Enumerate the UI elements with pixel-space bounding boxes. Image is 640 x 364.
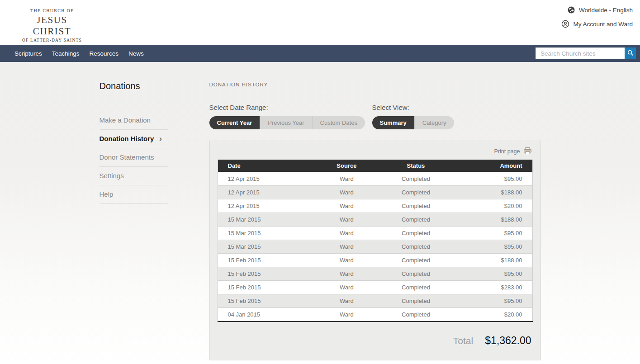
table-row: 15 Mar 2015WardCompleted$188.00	[218, 213, 532, 227]
table-cell: $95.00	[444, 227, 532, 240]
date-range-custom-dates-button[interactable]: Custom Dates	[312, 116, 365, 129]
table-row: 15 Mar 2015WardCompleted$95.00	[218, 240, 532, 254]
sidebar-item-label: Settings	[100, 172, 124, 180]
table-cell: $20.00	[444, 199, 532, 213]
table-cell: Completed	[388, 199, 444, 213]
nav-item-resources[interactable]: Resources	[90, 50, 119, 57]
nav-item-news[interactable]: News	[128, 50, 144, 57]
table-cell: 04 Jan 2015	[218, 308, 306, 322]
view-label: Select View:	[372, 104, 454, 111]
table-cell: $283.00	[444, 281, 532, 294]
table-cell: 15 Feb 2015	[218, 281, 306, 294]
table-row: 04 Jan 2015WardCompleted$20.00	[218, 308, 532, 322]
worldwide-language-link[interactable]: Worldwide - English	[567, 6, 633, 14]
nav-item-teachings[interactable]: Teachings	[52, 50, 80, 57]
table-cell: Ward	[306, 227, 388, 240]
column-header-status: Status	[388, 160, 444, 172]
page-content: Donations Make a Donation Donation Histo…	[0, 62, 640, 364]
table-cell: Completed	[388, 254, 444, 267]
table-cell: Completed	[388, 267, 444, 281]
table-cell: Ward	[306, 172, 388, 186]
worldwide-language-label: Worldwide - English	[579, 7, 633, 14]
section-label: DONATION HISTORY	[209, 82, 541, 87]
table-cell: 15 Mar 2015	[218, 240, 306, 254]
table-cell: 15 Feb 2015	[218, 267, 306, 281]
main-navbar: Scriptures Teachings Resources News	[0, 45, 640, 62]
table-cell: $188.00	[444, 213, 532, 227]
table-cell: Ward	[306, 186, 388, 199]
sidebar-item-donation-history[interactable]: Donation History ›	[100, 130, 168, 148]
church-logo[interactable]: THE CHURCH OF JESUS CHRIST OF LATTER-DAY…	[20, 8, 84, 43]
table-cell: $20.00	[444, 308, 532, 322]
donation-history-card: Print page Date	[209, 141, 541, 360]
sidebar-item-help[interactable]: Help	[100, 185, 168, 204]
table-cell: 12 Apr 2015	[218, 172, 306, 186]
table-cell: 12 Apr 2015	[218, 186, 306, 199]
date-range-previous-year-button[interactable]: Previous Year	[260, 116, 312, 129]
print-page-link[interactable]: Print page	[218, 141, 533, 160]
table-cell: Completed	[388, 172, 444, 186]
date-range-toggle: Current Year Previous Year Custom Dates	[209, 116, 365, 129]
sidebar-item-settings[interactable]: Settings	[100, 167, 168, 185]
my-account-label: My Account and Ward	[573, 21, 633, 28]
sidebar-item-label: Donation History	[100, 135, 154, 142]
table-cell: Completed	[388, 227, 444, 240]
search-button[interactable]	[625, 47, 636, 59]
table-cell: 15 Feb 2015	[218, 294, 306, 308]
globe-icon	[567, 6, 575, 14]
column-header-amount: Amount	[444, 160, 532, 172]
search-icon	[627, 49, 634, 58]
search-input[interactable]	[536, 47, 625, 59]
site-search	[536, 47, 636, 59]
table-cell: 15 Feb 2015	[218, 254, 306, 267]
date-range-current-year-button[interactable]: Current Year	[209, 116, 260, 129]
print-page-label: Print page	[494, 148, 520, 155]
table-row: 15 Feb 2015WardCompleted$95.00	[218, 294, 532, 308]
donation-table: Date Source Status Amount 12 Apr 2015War…	[218, 160, 533, 322]
table-cell: Ward	[306, 294, 388, 308]
table-cell: Ward	[306, 199, 388, 213]
date-range-label: Select Date Range:	[209, 104, 372, 111]
table-cell: Completed	[388, 240, 444, 254]
table-row: 12 Apr 2015WardCompleted$20.00	[218, 199, 532, 213]
table-cell: $95.00	[444, 267, 532, 281]
table-cell: $95.00	[444, 172, 532, 186]
header-utility-links: Worldwide - English My Account and Ward	[561, 6, 633, 28]
table-cell: Completed	[388, 281, 444, 294]
printer-icon	[524, 147, 531, 156]
table-row: 15 Feb 2015WardCompleted$95.00	[218, 267, 532, 281]
table-cell: Ward	[306, 308, 388, 322]
donation-table-body: 12 Apr 2015WardCompleted$95.0012 Apr 201…	[218, 172, 532, 322]
table-cell: 12 Apr 2015	[218, 199, 306, 213]
sidebar-item-donor-statements[interactable]: Donor Statements	[100, 148, 168, 167]
table-row: 15 Feb 2015WardCompleted$283.00	[218, 281, 532, 294]
table-cell: Completed	[388, 186, 444, 199]
table-row: 12 Apr 2015WardCompleted$95.00	[218, 172, 532, 186]
view-category-button[interactable]: Category	[414, 116, 454, 129]
total-label: Total	[453, 336, 473, 346]
my-account-link[interactable]: My Account and Ward	[561, 20, 633, 28]
table-cell: $95.00	[444, 294, 532, 308]
logo-line-1: THE CHURCH OF	[20, 8, 84, 13]
view-toggle: Summary Category	[372, 116, 454, 129]
table-cell: $188.00	[444, 186, 532, 199]
table-row: 12 Apr 2015WardCompleted$188.00	[218, 186, 532, 199]
table-cell: 15 Mar 2015	[218, 227, 306, 240]
table-cell: Ward	[306, 213, 388, 227]
sidebar-title: Donations	[100, 81, 209, 91]
sidebar-item-label: Donor Statements	[100, 153, 154, 161]
view-group: Select View: Summary Category	[372, 104, 454, 129]
logo-line-2: JESUS CHRIST	[20, 14, 84, 37]
table-cell: Completed	[388, 294, 444, 308]
table-cell: Ward	[306, 240, 388, 254]
total-value: $1,362.00	[485, 335, 531, 347]
table-row: 15 Feb 2015WardCompleted$188.00	[218, 254, 532, 267]
sidebar-item-make-a-donation[interactable]: Make a Donation	[100, 111, 168, 130]
account-person-icon	[561, 20, 569, 28]
table-cell: $95.00	[444, 240, 532, 254]
chevron-right-icon: ›	[159, 136, 162, 142]
sidebar-item-label: Make a Donation	[100, 116, 151, 124]
sidebar-item-label: Help	[100, 190, 114, 198]
view-summary-button[interactable]: Summary	[372, 116, 414, 129]
nav-item-scriptures[interactable]: Scriptures	[14, 50, 42, 57]
